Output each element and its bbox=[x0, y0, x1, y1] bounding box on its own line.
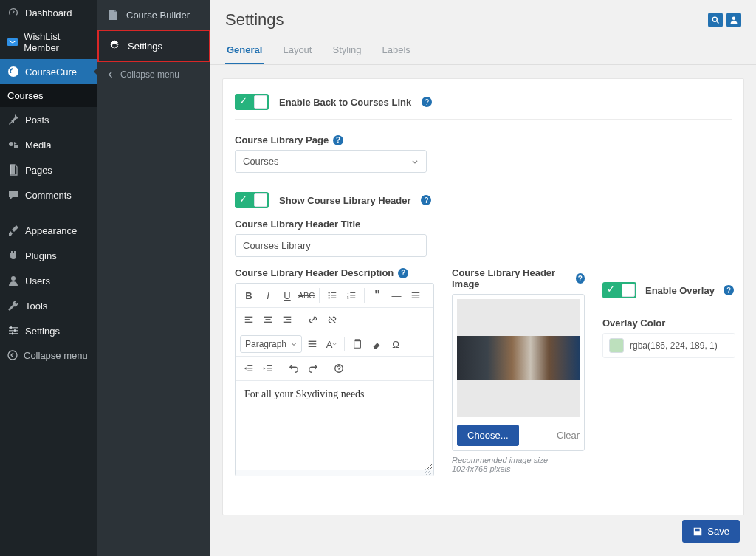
omega-icon[interactable]: Ω bbox=[387, 335, 405, 353]
align-center-icon[interactable] bbox=[259, 311, 277, 329]
help-icon[interactable] bbox=[330, 360, 348, 377]
svg-rect-33 bbox=[264, 317, 272, 318]
sidebar-item-appearance[interactable]: Appearance bbox=[0, 218, 97, 243]
sidebar-item-posts[interactable]: Posts bbox=[0, 107, 97, 132]
sidebar2-item-label: Course Builder bbox=[126, 10, 190, 21]
sidebar-item-dashboard[interactable]: Dashboard bbox=[0, 0, 97, 25]
sidebar-item-pages[interactable]: Pages bbox=[0, 157, 97, 182]
text-color-icon[interactable]: A bbox=[323, 335, 340, 353]
toggle-back-to-courses[interactable]: ✓ bbox=[235, 94, 269, 110]
help-icon[interactable]: ? bbox=[724, 285, 734, 295]
header-title-input[interactable] bbox=[235, 234, 427, 257]
overlay-color-picker[interactable]: rgba(186, 224, 189, 1) bbox=[602, 333, 735, 358]
align-left-icon[interactable] bbox=[240, 311, 258, 329]
clear-image-button[interactable]: Clear bbox=[557, 430, 580, 441]
clear-format-icon[interactable] bbox=[407, 286, 425, 304]
page-header: Settings bbox=[210, 0, 756, 37]
sidebar-item-comments[interactable]: Comments bbox=[0, 182, 97, 207]
svg-rect-44 bbox=[247, 365, 252, 366]
indent-icon[interactable] bbox=[259, 360, 277, 377]
tab-general[interactable]: General bbox=[225, 37, 264, 64]
tab-styling[interactable]: Styling bbox=[331, 37, 362, 64]
sidebar-collapse[interactable]: Collapse menu bbox=[0, 343, 97, 367]
sidebar2-item-label: Settings bbox=[128, 41, 162, 52]
svg-rect-24 bbox=[350, 295, 355, 295]
sidebar-item-plugins[interactable]: Plugins bbox=[0, 243, 97, 268]
align-right-icon[interactable] bbox=[278, 311, 296, 329]
sidebar-item-label: Tools bbox=[25, 301, 47, 312]
svg-rect-47 bbox=[267, 365, 272, 366]
comment-icon bbox=[7, 188, 20, 202]
search-icon[interactable] bbox=[708, 13, 723, 27]
paste-text-icon[interactable] bbox=[348, 335, 366, 353]
svg-rect-7 bbox=[9, 330, 18, 332]
svg-point-5 bbox=[11, 276, 16, 281]
strike-icon[interactable]: ABC bbox=[298, 286, 315, 304]
svg-rect-22 bbox=[350, 292, 355, 293]
editor-toolbar: B I U ABC 123 " — bbox=[236, 284, 433, 308]
svg-rect-18 bbox=[331, 295, 336, 295]
bullet-list-icon[interactable] bbox=[323, 286, 341, 304]
svg-rect-6 bbox=[9, 327, 18, 329]
sidebar2-item-settings[interactable]: Settings bbox=[97, 30, 210, 62]
help-icon[interactable]: ? bbox=[333, 135, 343, 145]
unlink-icon[interactable] bbox=[323, 311, 341, 329]
svg-point-15 bbox=[328, 292, 329, 293]
bold-icon[interactable]: B bbox=[240, 286, 258, 304]
link-icon[interactable] bbox=[304, 311, 322, 329]
sidebar-item-tools[interactable]: Tools bbox=[0, 293, 97, 318]
editor-textarea[interactable]: For all your Skydiving needs bbox=[236, 381, 433, 470]
justify-icon[interactable] bbox=[303, 335, 321, 353]
gauge-icon bbox=[7, 6, 20, 19]
toggle-knob bbox=[622, 284, 635, 297]
svg-rect-27 bbox=[412, 292, 420, 293]
help-icon[interactable]: ? bbox=[421, 195, 431, 205]
undo-icon[interactable] bbox=[285, 360, 303, 377]
svg-point-2 bbox=[9, 142, 13, 146]
main-content: Settings General Layout Styling Labels ✓… bbox=[210, 0, 756, 556]
paragraph-select[interactable]: Paragraph bbox=[240, 335, 302, 353]
color-value: rgba(186, 224, 189, 1) bbox=[630, 340, 718, 351]
help-icon[interactable]: ? bbox=[576, 273, 585, 284]
coursecure-icon bbox=[7, 65, 20, 78]
editor-resize-handle[interactable] bbox=[236, 470, 433, 476]
toggle-show-header[interactable]: ✓ bbox=[235, 192, 269, 208]
redo-icon[interactable] bbox=[304, 360, 322, 377]
sidebar2-collapse[interactable]: Collapse menu bbox=[97, 62, 210, 87]
choose-image-button[interactable]: Choose... bbox=[457, 425, 519, 446]
tab-layout[interactable]: Layout bbox=[281, 37, 313, 64]
editor-toolbar-4 bbox=[236, 357, 433, 381]
toggle-enable-overlay[interactable]: ✓ bbox=[602, 282, 636, 298]
sidebar-item-settings[interactable]: Settings bbox=[0, 318, 97, 343]
italic-icon[interactable]: I bbox=[259, 286, 277, 304]
color-swatch bbox=[609, 338, 624, 353]
header-title-label: Course Library Header Title bbox=[235, 219, 732, 230]
numbered-list-icon[interactable]: 123 bbox=[343, 286, 360, 304]
underline-icon[interactable]: U bbox=[278, 286, 296, 304]
tab-labels[interactable]: Labels bbox=[381, 37, 412, 64]
sidebar-item-media[interactable]: Media bbox=[0, 132, 97, 157]
save-button[interactable]: Save bbox=[682, 520, 740, 543]
image-thumbnail bbox=[457, 336, 580, 380]
sidebar-item-coursecure[interactable]: CourseCure bbox=[0, 59, 97, 84]
sidebar2-item-course-builder[interactable]: Course Builder bbox=[97, 0, 210, 30]
check-icon: ✓ bbox=[239, 95, 247, 106]
sidebar-item-users[interactable]: Users bbox=[0, 268, 97, 293]
course-library-page-select[interactable]: Courses bbox=[235, 150, 427, 173]
svg-rect-3 bbox=[14, 145, 18, 148]
quote-icon[interactable]: " bbox=[368, 286, 386, 304]
svg-text:3: 3 bbox=[347, 296, 349, 300]
sidebar-item-courses[interactable]: Courses bbox=[0, 84, 97, 107]
image-size-hint: Recommended image size 1024x768 pixels bbox=[452, 456, 585, 473]
general-panel: ✓ Enable Back to Courses Link ? Course L… bbox=[222, 78, 744, 515]
sidebar-item-wishlist[interactable]: WishList Member bbox=[0, 25, 97, 59]
header-image-preview bbox=[457, 299, 580, 417]
user-icon[interactable] bbox=[726, 13, 741, 27]
eraser-icon[interactable] bbox=[368, 335, 385, 353]
outdent-icon[interactable] bbox=[240, 360, 258, 377]
svg-rect-0 bbox=[7, 38, 18, 46]
settings-tabs: General Layout Styling Labels bbox=[210, 37, 756, 65]
help-icon[interactable]: ? bbox=[422, 97, 432, 107]
help-icon[interactable]: ? bbox=[398, 268, 408, 278]
hr-icon[interactable]: — bbox=[388, 286, 405, 304]
